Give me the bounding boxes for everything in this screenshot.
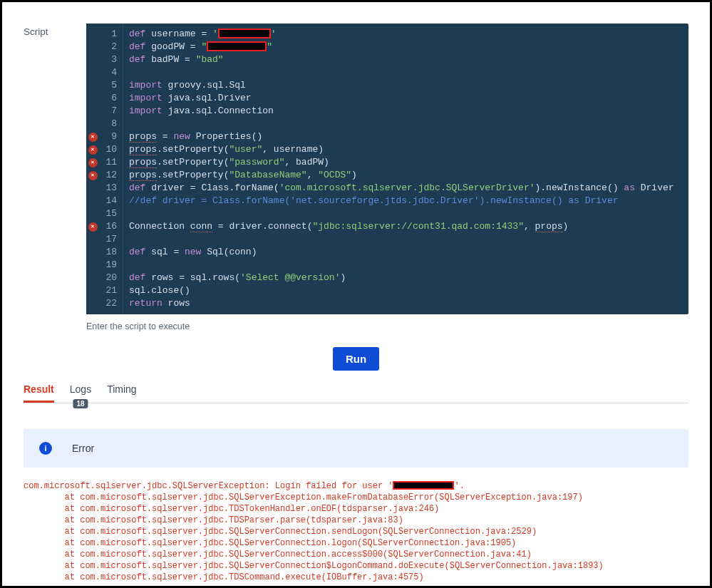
code-line[interactable]: props.setProperty("DatabaseName", "OCDS"… (129, 169, 683, 182)
stack-frame: at com.microsoft.sqlserver.jdbc.SQLServe… (24, 492, 688, 503)
script-label: Script (24, 24, 86, 37)
stack-frame: at com.microsoft.sqlserver.jdbc.SQLServe… (24, 560, 688, 572)
code-line[interactable]: sql.close() (129, 284, 683, 297)
redacted-value (393, 481, 454, 490)
stack-frame: at com.microsoft.sqlserver.jdbc.TDSToken… (24, 503, 688, 515)
code-line[interactable] (129, 259, 683, 272)
info-icon: i (39, 442, 52, 455)
error-marker-icon[interactable]: × (88, 222, 98, 232)
tab-logs[interactable]: Logs 18 (70, 383, 91, 401)
code-line[interactable]: import java.sql.Driver (129, 92, 683, 105)
stack-frame: at com.microsoft.sqlserver.jdbc.SQLServe… (24, 537, 688, 549)
code-line[interactable]: def sql = new Sql(conn) (129, 246, 683, 259)
editor-code-area[interactable]: def username = ''def goodPW = ""def badP… (123, 24, 688, 314)
editor-gutter-markers: ××××× (86, 24, 99, 314)
error-banner-text: Error (72, 443, 94, 454)
code-line[interactable]: Connection conn = driver.connect("jdbc:s… (129, 220, 683, 233)
code-line[interactable]: def goodPW = "" (129, 41, 683, 53)
run-button[interactable]: Run (333, 347, 379, 371)
code-line[interactable]: import groovy.sql.Sql (129, 79, 683, 92)
result-tabs: Result Logs 18 Timing (24, 383, 688, 403)
code-line[interactable]: def badPW = "bad" (129, 53, 683, 66)
code-line[interactable]: props.setProperty("user", username) (129, 143, 683, 156)
code-line[interactable]: def username = '' (129, 28, 683, 41)
stack-frame: at com.microsoft.sqlserver.jdbc.TDSComma… (24, 572, 688, 583)
code-line[interactable] (129, 207, 683, 220)
code-line[interactable]: def rows = sql.rows('Select @@version') (129, 272, 683, 284)
stack-frame: at com.microsoft.sqlserver.jdbc.TDSParse… (24, 515, 688, 526)
editor-line-numbers: 12345678910111213141516171819202122 (99, 24, 123, 314)
code-line[interactable]: return rows (129, 297, 683, 310)
redacted-value (218, 29, 271, 38)
code-line[interactable]: def driver = Class.forName('com.microsof… (129, 182, 683, 195)
code-line[interactable]: //def driver = Class.forName('net.source… (129, 195, 683, 207)
code-line[interactable]: import java.sql.Connection (129, 105, 683, 118)
redacted-value (207, 41, 267, 51)
error-banner: i Error (24, 429, 688, 468)
tab-logs-label: Logs (70, 383, 91, 395)
error-marker-icon[interactable]: × (88, 133, 98, 142)
logs-count-badge: 18 (73, 399, 88, 408)
error-marker-icon[interactable]: × (88, 171, 98, 180)
error-marker-icon[interactable]: × (88, 145, 98, 155)
stack-frame: at com.microsoft.sqlserver.jdbc.SQLServe… (24, 526, 688, 537)
code-editor[interactable]: ××××× 1234567891011121314151617181920212… (86, 24, 688, 314)
error-marker-icon[interactable]: × (88, 158, 98, 167)
tab-timing[interactable]: Timing (107, 383, 137, 401)
code-line[interactable]: props = new Properties() (129, 130, 683, 143)
stack-trace: com.microsoft.sqlserver.jdbc.SQLServerEx… (24, 480, 688, 583)
stack-frame: at com.microsoft.sqlserver.jdbc.SQLServe… (24, 549, 688, 560)
code-line[interactable] (129, 66, 683, 79)
code-line[interactable] (129, 118, 683, 130)
tab-result[interactable]: Result (24, 383, 54, 403)
code-line[interactable] (129, 233, 683, 246)
script-helper-text: Enter the script to execute (86, 321, 688, 331)
code-line[interactable]: props.setProperty("password", badPW) (129, 156, 683, 169)
